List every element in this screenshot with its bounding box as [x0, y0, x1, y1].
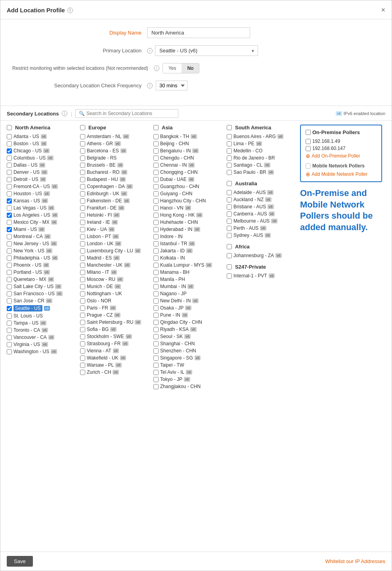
list-item: Indore - IN [153, 234, 224, 239]
plus-icon: ⊕ [306, 153, 310, 159]
list-item: Kuala Lumpur - MYSv6 [153, 262, 224, 268]
mobile-pollers-title: Mobile Network Pollers [306, 163, 377, 169]
europe-col: Europe Amsterdam - NLv6 Athens - GRv6 Ba… [80, 125, 153, 391]
modal: Add Location Profile i × Display Name Pr… [0, 0, 392, 571]
list-item: Wakefield - UKv6 [80, 355, 150, 361]
s247-select-all[interactable] [227, 264, 232, 269]
list-item: London - UKv6 [80, 241, 150, 246]
list-item: Oslo - NOR [80, 298, 150, 304]
south-america-title: South America [235, 125, 271, 131]
list-item: Zurich - CHv6 [80, 369, 150, 375]
add-mobile-link[interactable]: ⊕ Add Mobile Network Poller [306, 171, 377, 177]
list-item: Medellin - CO [227, 148, 297, 154]
list-item: Huhehaote - CHN [153, 219, 224, 225]
search-icon: 🔍 [79, 111, 85, 116]
on-premise-box: On-Premise Pollers 192.168.1.49 192.168.… [300, 125, 382, 182]
freq-info-icon[interactable]: i [147, 83, 153, 88]
list-item: Riyadh - KSAv6 [153, 327, 224, 332]
north-america-title: North America [15, 125, 50, 131]
on-premise-select-all[interactable] [306, 130, 311, 135]
list-item: Taipei - TW [153, 362, 224, 368]
search-input[interactable] [86, 111, 175, 116]
modal-info-icon[interactable]: i [67, 8, 73, 13]
south-america-select-all[interactable] [227, 125, 232, 130]
list-item: Paris - FRv6 [80, 305, 150, 311]
display-name-row: Display Name [12, 27, 380, 38]
list-item: Chengdu - CHN [153, 155, 224, 161]
list-item: St. Louis - US [7, 313, 77, 319]
list-item: Phoenix - USv6 [7, 262, 77, 268]
europe-header: Europe [80, 125, 150, 131]
list-item: Chongqing - CHN [153, 169, 224, 175]
list-item: Shenzhen - CHN [153, 348, 224, 354]
list-item: Bangkok - THv6 [153, 134, 224, 139]
list-item: Salt Lake City - USv6 [7, 284, 77, 289]
primary-location-info-icon[interactable]: i [147, 48, 153, 54]
north-america-select-all[interactable] [7, 125, 12, 130]
modal-header: Add Location Profile i × [0, 0, 392, 19]
list-item: Lima - PEv6 [227, 141, 297, 146]
restrict-no-button[interactable]: No [182, 63, 199, 73]
whitelist-link[interactable]: Whitelist our IP Addresses [325, 558, 386, 564]
list-item: Qingdao City - CHN [153, 319, 224, 325]
list-item: Milano - ITv6 [80, 269, 150, 275]
primary-location-select[interactable]: Seattle - US (v6) [155, 45, 258, 56]
list-item: Manama - BH [153, 269, 224, 275]
modal-close-button[interactable]: × [381, 6, 385, 14]
list-item: Frankfurt - DEv6 [80, 205, 150, 211]
form-section: Display Name Primary Location i Seattle … [0, 19, 392, 106]
list-item: Manila - PH [153, 277, 224, 282]
list-item: Hanoi - VNv6 [153, 205, 224, 211]
list-item: Internal-1 - PVTv6 [227, 273, 297, 279]
save-button[interactable]: Save [7, 556, 33, 567]
australia-header: Australia [227, 181, 297, 186]
list-item: Detroit - USv6 [7, 177, 77, 182]
list-item: Denver - USv6 [7, 169, 77, 175]
list-item: Hong Kong - HKv6 [153, 212, 224, 218]
modal-footer: Save Whitelist our IP Addresses [0, 552, 392, 571]
list-item: Boston - USv6 [7, 141, 77, 146]
locations-grid: North America Atlanta - USv6 Boston - US… [0, 121, 392, 395]
australia-select-all[interactable] [227, 181, 232, 186]
europe-select-all[interactable] [80, 125, 85, 130]
list-item: Melbourne - AUSv6 [227, 218, 297, 224]
list-item: New Jersey - USv6 [7, 241, 77, 246]
europe-title: Europe [88, 125, 106, 131]
mobile-pollers-select-all[interactable] [306, 163, 311, 169]
display-name-input[interactable] [147, 27, 250, 38]
africa-select-all[interactable] [227, 244, 232, 249]
list-item: Mumbai - INv6 [153, 284, 224, 289]
list-item: Pune - INv6 [153, 312, 224, 318]
list-item: Buenos Aires - ARGv6 [227, 134, 297, 139]
modal-title: Add Location Profile i [7, 7, 73, 13]
list-item: New Delhi - INv6 [153, 298, 224, 304]
restrict-row: Restrict monitoring within selected loca… [12, 63, 380, 73]
primary-location-row: Primary Location i Seattle - US (v6) ▼ [12, 45, 380, 56]
list-item: Tel Aviv - ILv6 [153, 369, 224, 375]
list-item: Las Vegas - USv6 [7, 205, 77, 211]
restrict-yes-button[interactable]: Yes [163, 63, 182, 73]
secondary-locations-info-icon[interactable]: i [62, 111, 67, 116]
list-item: Helsinki - FIv6 [80, 212, 150, 218]
south-america-header: South America [227, 125, 297, 131]
list-item: Singapore - SGv6 [153, 355, 224, 361]
list-item: Barcelona - ESv6 [80, 148, 150, 154]
list-item: Miami - USv6 [7, 227, 77, 232]
list-item: Falkenstein - DEv6 [80, 198, 150, 204]
list-item: Stockholm - SWEv6 [80, 334, 150, 339]
asia-select-all[interactable] [153, 125, 159, 130]
restrict-info-icon[interactable]: i [154, 65, 159, 71]
freq-select[interactable]: 30 mins [156, 81, 187, 90]
list-item: Moscow - RUv6 [80, 277, 150, 282]
south-america-col: South America Buenos Aires - ARGv6 Lima … [227, 125, 300, 391]
list-item: Dubai - UAEv6 [153, 177, 224, 182]
ipv6-label: IPv6 enabled location [344, 111, 385, 116]
list-item: Nottingham - UK [80, 291, 150, 296]
list-item: Athens - GRv6 [80, 141, 150, 146]
list-item: Istanbul - TRv6 [153, 241, 224, 246]
add-on-premise-link[interactable]: ⊕ Add On-Premise Poller [306, 153, 377, 159]
list-item: Toronto - CAv6 [7, 327, 77, 333]
list-item: Osaka - JPv6 [153, 305, 224, 311]
list-item: Tokyo - JPv6 [153, 377, 224, 382]
list-item: New York - USv6 [7, 248, 77, 254]
